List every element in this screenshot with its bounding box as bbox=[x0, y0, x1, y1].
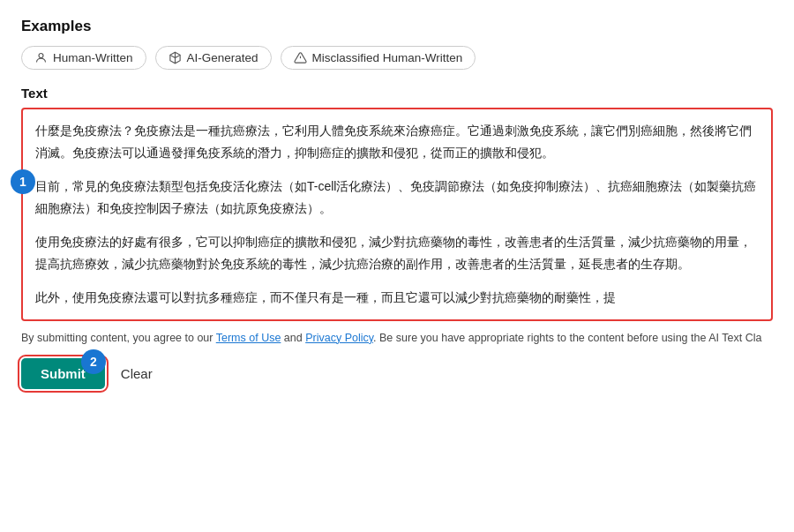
paragraph-2: 目前，常見的免疫療法類型包括免疫活化療法（如T-cell活化療法）、免疫調節療法… bbox=[35, 176, 759, 219]
text-label: Text bbox=[21, 86, 773, 101]
chip-ai-generated[interactable]: AI-Generated bbox=[155, 46, 272, 70]
svg-point-0 bbox=[39, 54, 43, 58]
paragraph-3: 使用免疫療法的好處有很多，它可以抑制癌症的擴散和侵犯，減少對抗癌藥物的毒性，改善… bbox=[35, 231, 759, 274]
clear-button[interactable]: Clear bbox=[121, 366, 153, 381]
privacy-policy-link[interactable]: Privacy Policy bbox=[305, 332, 373, 344]
chip-human-written[interactable]: Human-Written bbox=[21, 46, 146, 70]
paragraph-1: 什麼是免疫療法？免疫療法是一種抗癌療法，它利用人體免疫系統來治療癌症。它通過刺激… bbox=[35, 120, 759, 163]
chip-human-written-label: Human-Written bbox=[53, 51, 133, 64]
examples-chips: Human-Written AI-Generated Misclassified… bbox=[21, 46, 773, 70]
chip-misclassified-label: Misclassified Human-Written bbox=[312, 51, 463, 64]
text-content[interactable]: 什麼是免疫療法？免疫療法是一種抗癌療法，它利用人體免疫系統來治療癌症。它通過刺激… bbox=[23, 109, 771, 319]
disclaimer: By submitting content, you agree to our … bbox=[21, 330, 773, 347]
cube-icon bbox=[169, 51, 182, 64]
paragraph-4: 此外，使用免疫療法還可以對抗多種癌症，而不僅只有是一種，而且它還可以減少對抗癌藥… bbox=[35, 287, 759, 309]
chip-misclassified[interactable]: Misclassified Human-Written bbox=[281, 46, 476, 70]
chip-ai-generated-label: AI-Generated bbox=[187, 51, 258, 64]
actions-row: Submit 2 Clear bbox=[21, 358, 773, 389]
text-area-wrapper: 1 什麼是免疫療法？免疫療法是一種抗癌療法，它利用人體免疫系統來治療癌症。它通過… bbox=[21, 108, 773, 321]
terms-of-use-link[interactable]: Terms of Use bbox=[216, 332, 281, 344]
warning-icon bbox=[294, 51, 307, 64]
section-title: Examples bbox=[21, 18, 773, 35]
person-icon bbox=[34, 51, 48, 64]
badge-1: 1 bbox=[11, 169, 35, 194]
